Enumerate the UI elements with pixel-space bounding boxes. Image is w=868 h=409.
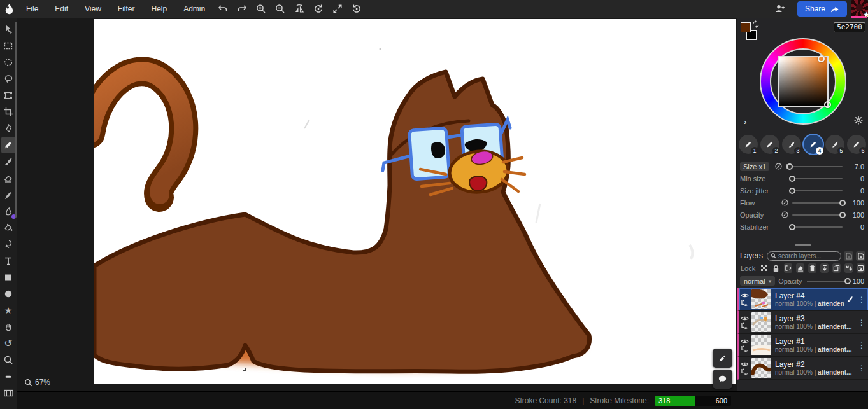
layer-search-input[interactable] (778, 253, 837, 260)
layer-visibility-icon[interactable] (741, 293, 749, 298)
primary-color-swatch[interactable] (741, 22, 751, 32)
zoom-out-button[interactable] (271, 0, 290, 18)
tool-fill[interactable] (1, 219, 15, 236)
tool-magic-select[interactable] (1, 236, 15, 253)
new-layer-button[interactable] (856, 251, 865, 261)
tool-star-shape[interactable]: ★ (1, 302, 15, 319)
layer-thumbnail[interactable] (751, 312, 771, 332)
fit-screen-button[interactable] (328, 0, 347, 18)
chat-button[interactable] (713, 370, 732, 389)
min-size-slider[interactable] (792, 178, 843, 179)
draw-mode-button[interactable] (713, 349, 732, 368)
layer-thumbnail[interactable] (751, 289, 771, 309)
reference-visibility-icon[interactable] (741, 345, 749, 352)
flatten-layer-button[interactable] (844, 263, 853, 273)
layer-opacity-slider[interactable] (807, 281, 847, 282)
size-slider[interactable] (786, 166, 843, 167)
duplicate-layer-button[interactable] (832, 263, 841, 273)
layer-menu-kebab[interactable]: ⋮ (858, 364, 865, 372)
brush-preset-6[interactable]: 6 (847, 135, 866, 154)
reset-rotation-button[interactable] (309, 0, 328, 18)
layer-menu-kebab[interactable]: ⋮ (858, 296, 865, 303)
tool-eraser[interactable] (1, 170, 15, 186)
tool-transform[interactable] (1, 87, 15, 104)
toolbar-collapse-handle[interactable] (1, 368, 15, 385)
tool-text[interactable] (1, 253, 15, 269)
tool-smudge[interactable] (1, 203, 15, 219)
undo-button[interactable] (213, 0, 232, 18)
tool-pencil[interactable] (1, 137, 15, 153)
layer-thumbnail[interactable] (751, 335, 771, 355)
size-label[interactable]: Size x1 (740, 162, 769, 171)
blend-mode-select[interactable]: normal ▾ (740, 276, 775, 286)
layer-row-2[interactable]: Layer #2 normal 100% | attendent... ⋮ (737, 357, 868, 380)
alpha-lock-button[interactable] (760, 263, 768, 273)
flip-canvas-button[interactable] (290, 0, 309, 18)
toolbar-scrollbar[interactable] (15, 22, 17, 218)
tool-move[interactable] (1, 21, 15, 38)
merge-down-button[interactable] (820, 263, 829, 273)
menu-help[interactable]: Help (143, 0, 176, 18)
invite-user-button[interactable] (771, 0, 790, 18)
brush-preset-3[interactable]: 3 (782, 135, 801, 154)
tool-brush[interactable] (1, 153, 15, 170)
layer-menu-kebab[interactable]: ⋮ (858, 319, 865, 326)
swap-colors-icon[interactable] (752, 20, 760, 28)
collapse-color-panel-chevron[interactable]: › (744, 117, 746, 127)
tool-crop[interactable] (1, 104, 15, 120)
clear-layer-button[interactable] (796, 263, 804, 273)
rotate-canvas-button[interactable] (347, 0, 366, 18)
sv-selector[interactable] (824, 101, 831, 108)
tool-mixer-brush[interactable] (1, 186, 15, 203)
lock-layer-button[interactable] (772, 263, 780, 273)
layer-row-3[interactable]: Layer #3 normal 100% | attendent... ⋮ (737, 311, 868, 334)
brush-preset-5[interactable]: 5 (825, 135, 844, 154)
layer-search-box[interactable] (767, 251, 841, 261)
layer-menu-kebab[interactable]: ⋮ (858, 342, 865, 349)
tool-ellipse-shape[interactable] (1, 286, 15, 302)
hue-selector[interactable] (818, 55, 825, 62)
user-avatar[interactable]: ★ (851, 0, 868, 18)
stabilizer-slider[interactable] (792, 226, 843, 228)
hex-color-field[interactable]: 5e2700 (834, 22, 865, 32)
tool-hand[interactable] (1, 319, 15, 335)
saturation-value-square[interactable] (778, 56, 829, 107)
layer-visibility-icon[interactable] (741, 361, 749, 367)
size-jitter-slider[interactable] (792, 190, 843, 191)
canvas-zoom-indicator[interactable]: 67% (24, 378, 50, 387)
zoom-in-button[interactable] (252, 0, 271, 18)
tool-lasso[interactable] (1, 71, 15, 87)
menu-admin[interactable]: Admin (175, 0, 213, 18)
reference-visibility-icon[interactable] (741, 322, 749, 329)
pressure-toggle[interactable] (779, 211, 790, 219)
menu-file[interactable]: File (18, 0, 46, 18)
pressure-toggle[interactable] (779, 198, 790, 207)
brush-preset-1[interactable]: 1 (739, 135, 758, 154)
tool-zoom[interactable] (1, 352, 15, 368)
share-button[interactable]: Share (797, 1, 847, 17)
tool-undo-history[interactable]: ↺ (1, 335, 15, 352)
layer-visibility-icon[interactable] (741, 338, 749, 344)
drawing-canvas[interactable] (94, 19, 736, 384)
tool-rect-shape[interactable] (1, 269, 15, 286)
pressure-toggle[interactable] (773, 162, 783, 170)
reference-visibility-icon[interactable] (741, 368, 749, 375)
layer-row-4[interactable]: Layer #4 normal 100% | attendent... ⋮ (737, 288, 868, 311)
brush-preset-2[interactable]: 2 (760, 135, 779, 154)
tool-ellipse-select[interactable] (1, 54, 15, 71)
menu-filter[interactable]: Filter (110, 0, 143, 18)
panel-resize-handle[interactable] (737, 244, 868, 249)
brush-preset-4-selected[interactable]: 4 (804, 135, 823, 154)
tool-pen[interactable] (1, 120, 15, 137)
release-layer-button[interactable] (784, 263, 792, 273)
delete-layer-button[interactable] (808, 263, 816, 273)
redo-button[interactable] (232, 0, 252, 18)
color-settings-gear-icon[interactable] (854, 116, 863, 125)
reference-visibility-icon[interactable] (741, 300, 749, 307)
paste-layer-button[interactable] (844, 251, 853, 261)
opacity-slider[interactable] (792, 214, 843, 216)
tool-rect-select[interactable] (1, 38, 15, 54)
layer-thumbnail[interactable] (751, 358, 771, 378)
layer-row-1[interactable]: Layer #1 normal 100% | attendent... ⋮ (737, 334, 868, 357)
move-into-button[interactable] (857, 263, 865, 273)
